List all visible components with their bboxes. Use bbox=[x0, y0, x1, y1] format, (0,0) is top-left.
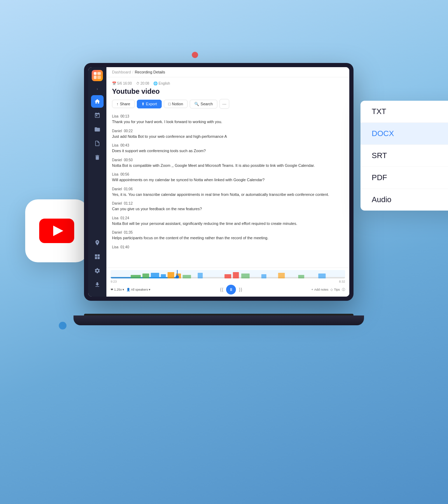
svg-rect-19 bbox=[233, 272, 239, 278]
export-icon: ⬆ bbox=[141, 102, 145, 106]
transcript-text-6: Can you give us your feedback on the new… bbox=[112, 206, 344, 212]
red-dot-decoration bbox=[192, 52, 198, 58]
search-button[interactable]: 🔍 Search bbox=[190, 100, 217, 108]
add-notes-button[interactable]: + Add notes bbox=[312, 288, 329, 291]
transcript-text-8: Helps participants focus on the content … bbox=[112, 235, 344, 241]
recording-duration: ⏱ 20:08 bbox=[136, 81, 149, 85]
player-right-controls: + Add notes ◇ Tips ⓘ bbox=[312, 288, 345, 292]
speaker-selector[interactable]: 👤 All speakers ▾ bbox=[126, 288, 150, 291]
share-icon: ↑ bbox=[117, 102, 119, 106]
more-options-button[interactable]: ··· bbox=[219, 99, 229, 109]
sidebar-item-folder[interactable] bbox=[91, 123, 104, 136]
sidebar-item-grid[interactable] bbox=[91, 250, 104, 263]
transcript-speaker-9: Lisa 01:40 bbox=[112, 245, 344, 249]
laptop-container: › bbox=[84, 63, 364, 336]
recording-date: 📅 5/6 16:00 bbox=[112, 81, 132, 85]
forward-button[interactable]: ⟩⟩ bbox=[239, 287, 242, 292]
sidebar-item-home[interactable] bbox=[91, 95, 104, 108]
tips-button[interactable]: ◇ Tips bbox=[330, 288, 340, 291]
svg-rect-18 bbox=[224, 274, 231, 278]
transcript-text-1: Just add Notta Bot to your web conferenc… bbox=[112, 134, 344, 140]
notion-icon: □ bbox=[168, 102, 171, 106]
sidebar-expand-icon[interactable]: › bbox=[94, 85, 101, 92]
folder-icon bbox=[94, 126, 100, 133]
sidebar-item-document[interactable] bbox=[91, 137, 104, 150]
svg-rect-14 bbox=[168, 272, 174, 278]
waveform-svg bbox=[111, 270, 345, 278]
svg-rect-6 bbox=[94, 76, 97, 79]
speed-control[interactable]: ❤ 1.25x ▾ bbox=[111, 288, 124, 291]
trash-icon bbox=[94, 154, 100, 161]
youtube-logo-icon bbox=[39, 219, 74, 243]
player-time-display: 9:23 8:32 bbox=[111, 280, 345, 283]
transcript-area: Lisa 00:13 Thank you for your hard work.… bbox=[106, 112, 349, 268]
export-option-txt[interactable]: TXT bbox=[360, 101, 448, 123]
recording-title: Youtube video bbox=[112, 87, 344, 95]
location-icon bbox=[94, 240, 100, 246]
export-option-pdf[interactable]: PDF bbox=[360, 167, 448, 189]
sidebar-item-settings[interactable] bbox=[91, 264, 104, 277]
document-icon bbox=[94, 140, 100, 147]
transcript-speaker-8: Daniel 01:35 bbox=[112, 230, 344, 234]
transcript-text-7: Notta Bot will be your personal assistan… bbox=[112, 221, 344, 227]
player-center-controls: ⟨⟨ ⏸ ⟩⟩ bbox=[220, 285, 242, 294]
transcript-entry-1: Daniel 00:22 Just add Notta Bot to your … bbox=[112, 129, 344, 140]
transcript-speaker-2: Lisa 00:43 bbox=[112, 143, 344, 147]
current-time: 9:23 bbox=[111, 280, 117, 283]
svg-rect-23 bbox=[298, 275, 304, 278]
transcript-entry-2: Lisa 00:43 Does it support web conferenc… bbox=[112, 143, 344, 154]
breadcrumb: Dashboard / Recording Details bbox=[106, 67, 349, 77]
transcript-speaker-7: Lisa 01:24 bbox=[112, 216, 344, 220]
recording-meta: 📅 5/6 16:00 ⏱ 20:08 🌐 English bbox=[112, 81, 344, 85]
svg-rect-24 bbox=[318, 274, 326, 278]
svg-rect-13 bbox=[161, 274, 166, 278]
breadcrumb-current: Recording Details bbox=[135, 70, 165, 74]
laptop-screen: › bbox=[88, 67, 349, 297]
laptop-bezel: › bbox=[84, 63, 354, 301]
transcript-entry-7: Lisa 01:24 Notta Bot will be your person… bbox=[112, 216, 344, 227]
export-option-docx[interactable]: DOCX bbox=[360, 123, 448, 145]
export-dropdown: TXT DOCX SRT PDF Audio bbox=[360, 101, 448, 211]
transcript-speaker-1: Daniel 00:22 bbox=[112, 129, 344, 133]
sidebar-item-download[interactable] bbox=[91, 278, 104, 291]
app-logo bbox=[92, 70, 103, 81]
blue-dot-decoration bbox=[59, 322, 66, 329]
app-sidebar: › bbox=[88, 67, 106, 297]
play-pause-button[interactable]: ⏸ bbox=[226, 285, 236, 294]
share-button[interactable]: ↑ Share bbox=[112, 100, 135, 108]
transcript-entry-6: Daniel 01:12 Can you give us your feedba… bbox=[112, 201, 344, 212]
transcript-entry-8: Daniel 01:35 Helps participants focus on… bbox=[112, 230, 344, 241]
info-button[interactable]: ⓘ bbox=[342, 288, 345, 292]
search-icon: 🔍 bbox=[194, 102, 199, 106]
notion-button[interactable]: □ Notion bbox=[164, 100, 188, 108]
svg-rect-21 bbox=[261, 274, 266, 278]
settings-icon bbox=[94, 268, 100, 274]
transcript-speaker-0: Lisa 00:13 bbox=[112, 114, 344, 118]
calendar-icon bbox=[94, 112, 100, 119]
laptop-base bbox=[74, 315, 364, 325]
total-time: 8:32 bbox=[339, 280, 345, 283]
download-icon bbox=[94, 282, 100, 288]
sidebar-item-calendar[interactable] bbox=[91, 109, 104, 122]
audio-player: 9:23 8:32 ❤ 1.25x ▾ 👤 All speakers ▾ bbox=[106, 268, 349, 297]
export-button[interactable]: ⬆ Export bbox=[137, 100, 162, 108]
player-controls: ❤ 1.25x ▾ 👤 All speakers ▾ ⟨⟨ ⏸ ⟩⟩ bbox=[111, 285, 345, 294]
export-option-srt[interactable]: SRT bbox=[360, 145, 448, 167]
transcript-speaker-4: Lisa 00:56 bbox=[112, 172, 344, 176]
svg-rect-22 bbox=[278, 273, 285, 278]
transcript-entry-4: Lisa 00:56 Will appointments on my calen… bbox=[112, 172, 344, 183]
waveform-display[interactable] bbox=[111, 270, 345, 278]
svg-rect-4 bbox=[94, 72, 97, 75]
transcript-entry-0: Lisa 00:13 Thank you for your hard work.… bbox=[112, 114, 344, 125]
sidebar-nav bbox=[88, 95, 106, 236]
svg-rect-20 bbox=[241, 274, 250, 278]
home-icon bbox=[94, 98, 100, 105]
svg-rect-17 bbox=[198, 273, 203, 278]
transcript-text-2: Does it support web conferencing tools s… bbox=[112, 148, 344, 154]
transcript-speaker-5: Daniel 01:06 bbox=[112, 187, 344, 191]
sidebar-item-trash[interactable] bbox=[91, 151, 104, 164]
rewind-button[interactable]: ⟨⟨ bbox=[220, 287, 223, 292]
sidebar-bottom-nav bbox=[91, 236, 104, 294]
sidebar-item-location[interactable] bbox=[91, 236, 104, 249]
export-option-audio[interactable]: Audio bbox=[360, 189, 448, 211]
